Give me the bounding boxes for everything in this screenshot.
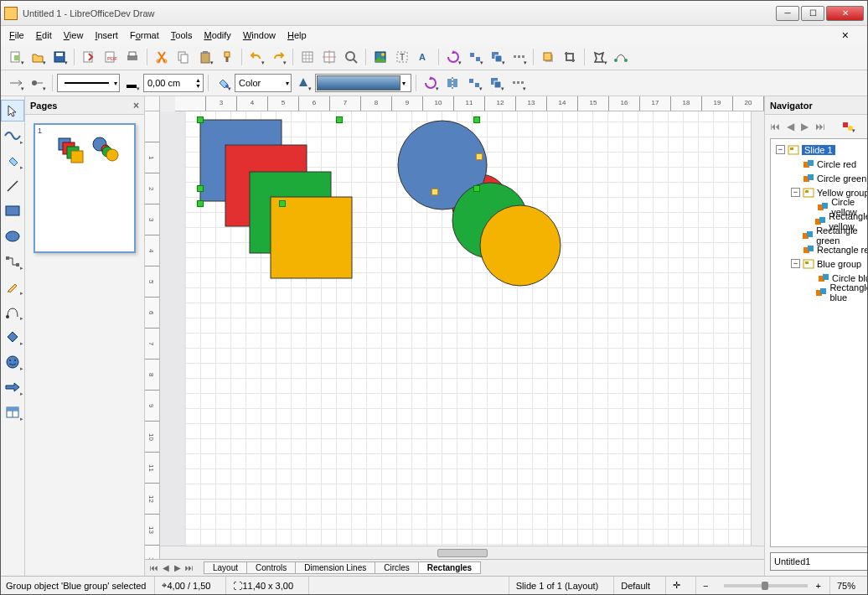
status-fit-icon[interactable]: ✛ <box>665 577 687 594</box>
new-button[interactable] <box>6 47 26 67</box>
zoom-value[interactable]: 75% <box>829 577 862 594</box>
cut-button[interactable] <box>152 47 172 67</box>
layer-tab-dimension-lines[interactable]: Dimension Lines <box>295 561 375 574</box>
distribute-button[interactable] <box>509 47 529 67</box>
image-button[interactable] <box>370 47 390 67</box>
menu-file[interactable]: File <box>9 30 24 40</box>
tree-item[interactable]: −Slide 1 <box>772 142 867 157</box>
tab-prev-icon[interactable]: ◀ <box>160 563 172 572</box>
tree-item[interactable]: Rectangle blue <box>772 285 867 299</box>
diamond-tool[interactable] <box>1 326 24 348</box>
line-endcap-button[interactable] <box>28 73 48 93</box>
table-tool[interactable] <box>1 401 24 423</box>
horizontal-scrollbar[interactable] <box>160 546 764 559</box>
menu-edit[interactable]: Edit <box>36 30 52 40</box>
shadow-button[interactable] <box>538 47 558 67</box>
points-button[interactable] <box>611 47 631 67</box>
menu-format[interactable]: Format <box>130 30 159 40</box>
connector-tool[interactable] <box>1 251 24 272</box>
copy-button[interactable] <box>173 47 194 67</box>
menu-modify[interactable]: Modify <box>204 30 230 40</box>
menu-help[interactable]: Help <box>287 30 307 40</box>
close-button[interactable]: ✕ <box>826 6 864 21</box>
rotate-button-2[interactable] <box>421 73 441 93</box>
tab-first-icon[interactable]: ⏮ <box>148 563 160 572</box>
tree-item[interactable]: Circle red <box>772 157 867 171</box>
page-thumbnail[interactable]: 1 <box>34 123 136 253</box>
document-close-icon[interactable]: × <box>842 28 849 42</box>
zoom-button[interactable] <box>341 47 361 67</box>
text-button[interactable]: T <box>392 47 412 67</box>
line-style-combo[interactable]: ▾ <box>57 74 120 92</box>
nav-last-icon[interactable]: ⏭ <box>815 121 825 132</box>
nav-shapes-button[interactable] <box>839 118 857 135</box>
print-button[interactable] <box>122 47 142 67</box>
nav-first-icon[interactable]: ⏮ <box>770 121 780 132</box>
layer-tab-rectangles[interactable]: Rectangles <box>418 561 481 574</box>
nav-prev-icon[interactable]: ◀ <box>787 121 794 132</box>
tab-next-icon[interactable]: ▶ <box>172 563 183 572</box>
arrange-button[interactable] <box>487 47 507 67</box>
helplines-button[interactable] <box>319 47 339 67</box>
zoom-in-icon[interactable]: + <box>816 581 821 591</box>
fill-bucket-button[interactable] <box>213 73 233 93</box>
fill-tool[interactable] <box>1 150 24 172</box>
nav-next-icon[interactable]: ▶ <box>801 121 809 132</box>
export-button[interactable] <box>79 47 99 67</box>
redo-button[interactable] <box>268 47 288 67</box>
maximize-button[interactable]: ☐ <box>801 6 824 21</box>
vertical-scrollbar[interactable] <box>751 111 764 559</box>
layer-tab-circles[interactable]: Circles <box>375 561 419 574</box>
align-button[interactable] <box>465 47 485 67</box>
distribute-button-2[interactable] <box>508 73 528 93</box>
menu-window[interactable]: Window <box>243 30 276 40</box>
open-button[interactable] <box>28 47 48 67</box>
menu-tools[interactable]: Tools <box>171 30 193 40</box>
rectangle-tool[interactable] <box>1 200 24 222</box>
line-width-spinner[interactable]: 0,00 cm▲▼ <box>143 74 204 92</box>
select-tool[interactable] <box>1 100 24 122</box>
tab-last-icon[interactable]: ⏭ <box>183 563 195 572</box>
undo-button[interactable] <box>246 47 266 67</box>
line-wave-tool[interactable] <box>1 125 24 147</box>
crop-button[interactable] <box>560 47 580 67</box>
pencil-tool[interactable] <box>1 276 24 298</box>
arrange-button-2[interactable] <box>486 73 506 93</box>
menu-view[interactable]: View <box>64 30 84 40</box>
curve-tool[interactable] <box>1 301 24 323</box>
layer-tab-controls[interactable]: Controls <box>246 561 296 574</box>
canvas-viewport[interactable] <box>160 111 764 559</box>
line-tool[interactable] <box>1 175 24 197</box>
line-color-button[interactable] <box>121 73 142 93</box>
ellipse-tool[interactable] <box>1 225 24 247</box>
fill-gradient-combo[interactable]: ▾ <box>315 74 411 92</box>
grid-button[interactable] <box>297 47 318 67</box>
polygon-button[interactable] <box>589 47 609 67</box>
tree-item[interactable]: Rectangle green <box>772 228 867 242</box>
pages-panel-close-icon[interactable]: × <box>133 100 139 111</box>
paste-button[interactable] <box>195 47 215 67</box>
smiley-tool[interactable] <box>1 351 24 373</box>
layer-tab-layout[interactable]: Layout <box>204 561 247 574</box>
arrow-style-button[interactable] <box>6 73 26 93</box>
horizontal-ruler[interactable]: 34567891011121314151617181920 <box>175 96 764 111</box>
arrow-tool[interactable] <box>1 376 24 398</box>
fill-color-button[interactable] <box>293 73 313 93</box>
nav-drag-button[interactable] <box>864 118 867 135</box>
align-button-2[interactable] <box>464 73 484 93</box>
tree-item[interactable]: Circle green <box>772 171 867 185</box>
menu-insert[interactable]: Insert <box>95 30 118 40</box>
zoom-out-icon[interactable]: − <box>695 577 715 594</box>
navigator-doc-combo[interactable]: Untitled1▾ <box>770 552 867 571</box>
flip-button[interactable] <box>442 73 462 93</box>
navigator-tree[interactable]: −Slide 1Circle redCircle green−Yellow gr… <box>770 138 867 547</box>
format-paintbrush-button[interactable] <box>217 47 237 67</box>
save-button[interactable] <box>49 47 70 67</box>
tree-item[interactable]: −Blue group <box>772 256 867 271</box>
rotate-button[interactable] <box>443 47 463 67</box>
fill-type-combo[interactable]: Color▾ <box>235 74 292 92</box>
pdf-button[interactable]: PDF <box>101 47 121 67</box>
zoom-slider[interactable] <box>724 584 808 587</box>
fontwork-button[interactable]: A <box>414 47 434 67</box>
drawing-page[interactable] <box>185 111 763 559</box>
